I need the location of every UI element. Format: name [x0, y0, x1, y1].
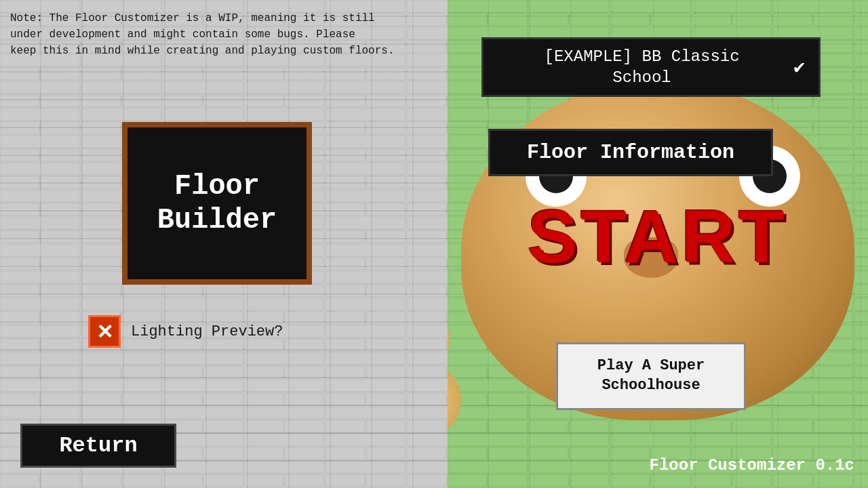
left-panel: Note: The Floor Customizer is a WIP, mea… [0, 0, 448, 488]
version-text: Floor Customizer 0.1c [650, 456, 854, 474]
chevron-down-icon: ✔ [793, 56, 805, 79]
lighting-preview-checkbox[interactable]: ✕ [88, 315, 121, 348]
school-selector-dropdown[interactable]: [EXAMPLE] BB ClassicSchool ✔ [481, 37, 821, 97]
note-content: Note: The Floor Customizer is a WIP, mea… [10, 12, 395, 57]
start-text: START [468, 193, 848, 279]
lighting-preview-row: ✕ Lighting Preview? [88, 315, 283, 348]
floor-info-button[interactable]: Floor Information [488, 129, 773, 176]
finger-3 [448, 325, 452, 367]
baldi-hand [448, 325, 468, 434]
floor-builder-box[interactable]: FloorBuilder [122, 122, 312, 285]
lighting-preview-label: Lighting Preview? [131, 323, 283, 340]
school-selector-label: [EXAMPLE] BB ClassicSchool [497, 46, 787, 88]
floor-builder-label: FloorBuilder [157, 169, 277, 238]
play-button-label: Play A SuperSchoolhouse [597, 357, 705, 395]
note-text: Note: The Floor Customizer is a WIP, mea… [10, 10, 437, 59]
right-panel: [EXAMPLE] BB ClassicSchool ✔ Floor Infor… [448, 0, 868, 488]
return-button[interactable]: Return [20, 424, 176, 468]
hand-palm [448, 366, 461, 434]
return-label: Return [59, 433, 137, 458]
play-super-schoolhouse-button[interactable]: Play A SuperSchoolhouse [556, 342, 746, 410]
checkbox-x-mark: ✕ [96, 320, 113, 344]
floor-info-label: Floor Information [527, 141, 734, 164]
